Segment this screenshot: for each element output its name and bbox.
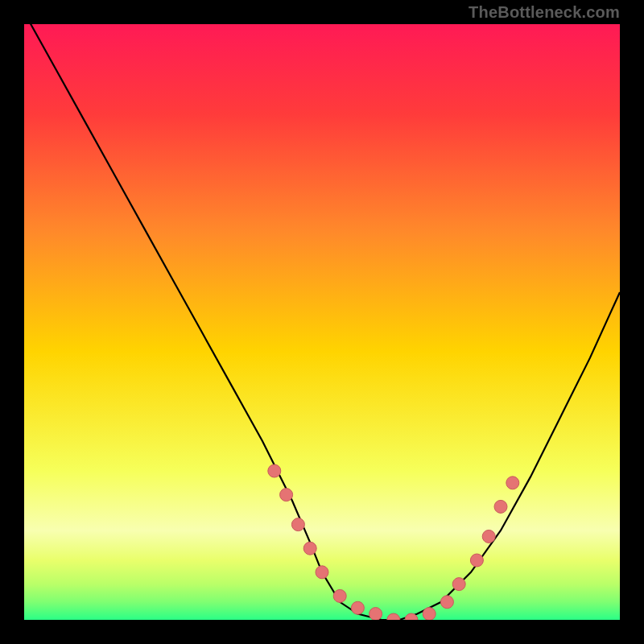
curve-marker [470,554,483,567]
curve-marker [280,489,293,502]
curve-marker [316,566,328,579]
curve-marker [440,596,453,609]
watermark-text: TheBottleneck.com [469,3,620,22]
curve-marker [333,589,346,602]
curve-marker [506,477,519,489]
curve-marker [268,464,281,477]
curve-marker [494,500,507,513]
curve-marker [482,530,495,543]
plot-area [24,24,620,620]
gradient-background [24,24,620,620]
curve-marker [351,601,364,614]
curve-marker [423,608,436,620]
curve-marker [452,578,465,591]
chart-svg [24,24,620,620]
curve-marker [369,608,382,620]
chart-container: TheBottleneck.com [0,0,644,644]
curve-marker [303,542,316,555]
curve-marker [291,518,304,531]
